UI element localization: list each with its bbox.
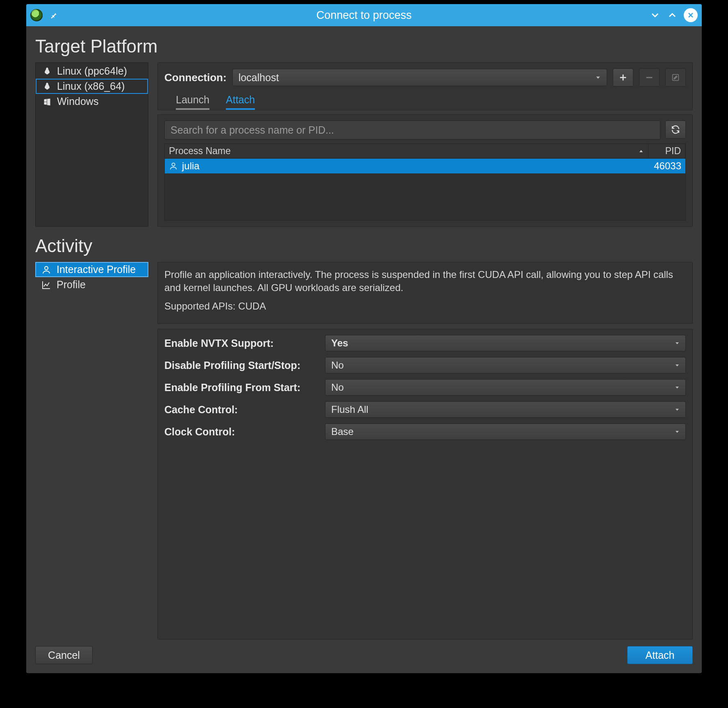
person-icon (41, 265, 52, 275)
sort-ascending-icon (638, 148, 644, 154)
option-clock-control: Clock Control: Base (164, 423, 686, 440)
svg-marker-10 (676, 342, 679, 344)
option-value: Base (331, 426, 354, 437)
platform-list: Linux (ppc64le) Linux (x86_64) Windows (35, 62, 148, 227)
window-title: Connect to process (26, 9, 702, 22)
option-label: Disable Profiling Start/Stop: (164, 360, 318, 371)
cancel-button[interactable]: Cancel (35, 646, 93, 664)
pin-icon[interactable] (48, 10, 59, 20)
svg-marker-11 (676, 364, 679, 367)
activity-description-panel: Profile an application interactively. Th… (157, 262, 693, 324)
person-icon (169, 162, 178, 171)
platform-label: Windows (57, 96, 98, 107)
target-platform-row: Linux (ppc64le) Linux (x86_64) Windows (35, 62, 693, 227)
svg-marker-13 (676, 409, 679, 411)
option-enable-nvtx: Enable NVTX Support: Yes (164, 335, 686, 351)
option-value: No (331, 382, 344, 393)
option-value: Yes (331, 337, 348, 349)
chart-icon (41, 280, 52, 290)
chevron-down-icon (674, 406, 680, 413)
linux-icon (42, 67, 52, 76)
option-value: No (331, 360, 344, 371)
connection-tabs: Launch Attach (176, 94, 686, 110)
platform-label: Linux (x86_64) (57, 80, 125, 92)
activity-supported-apis: Supported APIs: CUDA (164, 300, 686, 313)
edit-connection-button[interactable] (665, 68, 686, 87)
activity-item-interactive-profile[interactable]: Interactive Profile (35, 262, 148, 277)
search-row (164, 121, 686, 139)
process-row[interactable]: julia 46033 (165, 159, 685, 173)
option-disable-profiling-startstop: Disable Profiling Start/Stop: No (164, 357, 686, 373)
option-select-clock-control[interactable]: Base (325, 423, 686, 440)
option-cache-control: Cache Control: Flush All (164, 401, 686, 418)
process-table: Process Name PID (164, 143, 686, 221)
svg-marker-7 (639, 150, 643, 152)
linux-icon (42, 82, 52, 91)
activity-main: Profile an application interactively. Th… (157, 262, 693, 640)
process-search-input[interactable] (164, 121, 660, 139)
process-pid-cell: 46033 (648, 159, 685, 173)
activity-label: Profile (57, 279, 86, 291)
activity-description-text: Profile an application interactively. Th… (164, 268, 686, 295)
platform-item-linux-x86-64[interactable]: Linux (x86_64) (36, 79, 148, 94)
svg-marker-12 (676, 387, 679, 389)
process-name-cell: julia (165, 159, 648, 173)
process-panel: Process Name PID (157, 114, 693, 227)
remove-connection-button[interactable] (639, 68, 660, 87)
add-connection-button[interactable] (613, 68, 633, 87)
app-icon (30, 9, 43, 21)
activity-list: Interactive Profile Profile (35, 262, 148, 640)
option-select-disable-startstop[interactable]: No (325, 357, 686, 373)
option-enable-profiling-from-start: Enable Profiling From Start: No (164, 379, 686, 396)
dialog-footer: Cancel Attach (26, 640, 702, 673)
close-button[interactable] (684, 8, 698, 22)
chevron-down-icon[interactable] (649, 9, 661, 21)
option-select-cache-control[interactable]: Flush All (325, 401, 686, 418)
process-name: julia (182, 160, 200, 172)
option-select-nvtx[interactable]: Yes (325, 335, 686, 351)
windows-icon (42, 98, 52, 106)
option-value: Flush All (331, 404, 369, 415)
activity-label: Interactive Profile (57, 264, 136, 275)
process-pid: 46033 (654, 160, 681, 172)
tab-attach[interactable]: Attach (226, 94, 255, 110)
section-title-activity: Activity (35, 236, 693, 256)
tab-launch[interactable]: Launch (176, 94, 209, 110)
svg-marker-2 (596, 77, 600, 79)
column-pid[interactable]: PID (648, 144, 685, 158)
chevron-up-icon[interactable] (667, 9, 678, 21)
attach-button[interactable]: Attach (627, 646, 693, 664)
chevron-down-icon (674, 340, 680, 346)
svg-marker-14 (676, 431, 679, 433)
activity-options-panel: Enable NVTX Support: Yes Disable Profili… (157, 329, 693, 640)
activity-row: Interactive Profile Profile Profile an a… (35, 262, 693, 640)
dialog-window: Connect to process Target Platform Li (26, 4, 702, 673)
refresh-button[interactable] (665, 121, 686, 139)
connection-panel: Connection: localhost (157, 62, 693, 110)
connection-select[interactable]: localhost (232, 69, 607, 86)
column-process-name[interactable]: Process Name (165, 144, 648, 158)
chevron-down-icon (674, 428, 680, 435)
section-title-target-platform: Target Platform (35, 36, 693, 57)
connection-row: Connection: localhost (164, 68, 686, 87)
option-label: Cache Control: (164, 404, 318, 416)
process-table-header: Process Name PID (165, 144, 685, 159)
connection-pane: Connection: localhost (157, 62, 693, 227)
platform-label: Linux (ppc64le) (57, 65, 127, 77)
svg-point-8 (172, 163, 175, 166)
option-label: Clock Control: (164, 426, 318, 438)
chevron-down-icon (674, 384, 680, 391)
window-controls (649, 8, 698, 22)
chevron-down-icon (674, 362, 680, 369)
svg-point-9 (45, 266, 48, 270)
platform-item-linux-ppc64le[interactable]: Linux (ppc64le) (36, 64, 148, 79)
option-select-enable-from-start[interactable]: No (325, 379, 686, 396)
connection-value: localhost (239, 72, 279, 84)
option-label: Enable NVTX Support: (164, 337, 318, 349)
platform-item-windows[interactable]: Windows (36, 94, 148, 109)
dialog-content: Target Platform Linux (ppc64le) Linux (x… (26, 26, 702, 640)
activity-item-profile[interactable]: Profile (35, 277, 148, 292)
option-label: Enable Profiling From Start: (164, 382, 318, 394)
titlebar: Connect to process (26, 4, 702, 26)
chevron-down-icon (594, 74, 602, 81)
